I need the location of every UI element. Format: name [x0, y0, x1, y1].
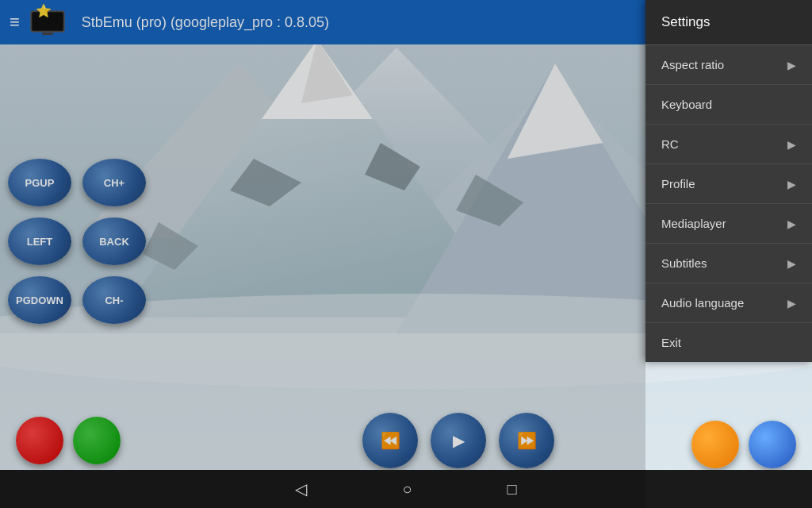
menu-arrow-icon: ▶ — [787, 257, 796, 270]
menu-arrow-icon: ▶ — [787, 297, 796, 310]
dropdown-menu: Settings Aspect ratio▶KeyboardRC▶Profile… — [645, 0, 812, 362]
menu-item-label: Mediaplayer — [661, 217, 726, 230]
menu-item-audio-language[interactable]: Audio language▶ — [645, 283, 812, 323]
menu-item-label: RC — [661, 137, 679, 151]
menu-item-exit[interactable]: Exit — [645, 323, 812, 362]
menu-item-keyboard[interactable]: Keyboard — [645, 85, 812, 125]
menu-items-container: Aspect ratio▶KeyboardRC▶Profile▶Mediapla… — [645, 45, 812, 362]
blue-button[interactable] — [749, 421, 796, 468]
menu-item-profile[interactable]: Profile▶ — [645, 164, 812, 204]
overlay-dim — [0, 0, 645, 508]
menu-item-label: Profile — [661, 177, 695, 190]
menu-item-subtitles[interactable]: Subtitles▶ — [645, 244, 812, 283]
orange-button[interactable] — [691, 421, 739, 468]
menu-arrow-icon: ▶ — [787, 59, 796, 71]
menu-arrow-icon: ▶ — [787, 178, 796, 190]
menu-item-label: Keyboard — [661, 98, 712, 111]
menu-item-rc[interactable]: RC▶ — [645, 125, 812, 164]
settings-header: Settings — [645, 0, 812, 45]
menu-item-label: Audio language — [661, 296, 744, 310]
menu-item-label: Subtitles — [661, 256, 707, 270]
controls-right — [691, 421, 796, 468]
menu-arrow-icon: ▶ — [787, 138, 796, 151]
menu-item-mediaplayer[interactable]: Mediaplayer▶ — [645, 204, 812, 244]
menu-item-aspect-ratio[interactable]: Aspect ratio▶ — [645, 45, 812, 85]
menu-item-label: Exit — [661, 336, 681, 349]
menu-arrow-icon: ▶ — [787, 217, 796, 230]
menu-item-label: Aspect ratio — [661, 58, 724, 71]
